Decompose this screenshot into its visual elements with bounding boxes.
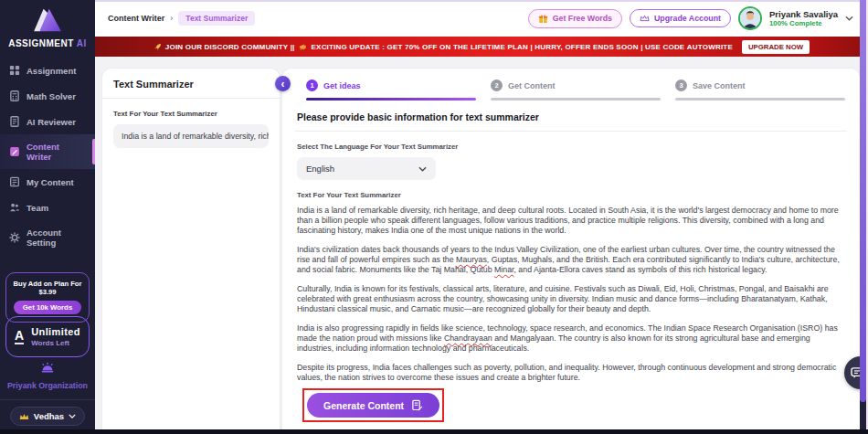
workspace-selector[interactable]: Vedhas <box>10 407 85 426</box>
app-window: ASSIGNMENT AI Assignment Math Solver AI … <box>0 0 868 434</box>
user-meta: Priyank Savaliya 100% Complete <box>769 9 838 28</box>
step-number: 1 <box>306 79 318 91</box>
top-header: Content Writer › Text Summarizer Get Fre… <box>95 0 868 37</box>
sidebar-item-label: Account Setting <box>26 228 86 248</box>
calculator-icon <box>9 90 20 101</box>
header-actions: Get Free Words Upgrade Account Priyank S… <box>528 6 853 30</box>
app-logo: ASSIGNMENT AI <box>0 0 95 54</box>
textarea-paragraph: India is also progressing rapidly in fie… <box>297 323 845 354</box>
panel-title: Text Summarizer <box>102 69 280 99</box>
generate-content-button[interactable]: Generate Content <box>307 393 439 418</box>
sidebar-item-label: My Content <box>26 177 74 187</box>
grid-icon <box>9 65 20 76</box>
user-avatar[interactable] <box>738 6 762 30</box>
logo-text: ASSIGNMENT AI <box>0 38 95 48</box>
step-label: Get ideas <box>323 81 361 90</box>
sidebar-item-label: AI Reviewer <box>26 117 76 127</box>
summary-settings-panel: Text Summarizer Text For Your Text Summa… <box>102 69 280 429</box>
step-label: Save Content <box>693 81 746 90</box>
text-input-label: Text For Your Text Summarizer <box>295 191 847 199</box>
step-progress-bar <box>675 98 845 101</box>
content-area: Text Summarizer Text For Your Text Summa… <box>95 57 868 429</box>
wizard-panel: ‹ 1 Get ideas 2 Get Content <box>282 69 860 429</box>
banner-upgrade-now-button[interactable]: UPGRADE NOW <box>742 40 810 54</box>
select-chevron-icon <box>418 166 427 172</box>
textarea-paragraph: India is a land of remarkable diversity,… <box>297 206 845 236</box>
user-menu-chevron-icon[interactable] <box>845 16 853 21</box>
textarea-paragraph: India's civilization dates back thousand… <box>297 245 845 275</box>
chevron-down-icon <box>69 414 76 418</box>
organization-name: Priyank Organization <box>0 381 95 390</box>
sidebar-item-label: Assignment <box>26 66 76 76</box>
step-get-ideas[interactable]: 1 Get ideas <box>306 79 476 101</box>
crown-outline-icon <box>640 15 650 22</box>
team-people-icon <box>9 202 20 213</box>
pen-icon <box>9 146 20 157</box>
sidebar-item-content-writer[interactable]: Content Writer <box>0 134 95 169</box>
sidebar-item-math-solver[interactable]: Math Solver <box>0 83 95 109</box>
promo-banner: JOIN OUR DISCORD COMMUNITY || EXCITING U… <box>95 37 868 57</box>
back-button[interactable]: ‹ <box>275 76 291 91</box>
addon-plan-card: Buy Add on Plan For $3.99 Get 10k Words <box>5 272 90 323</box>
upgrade-account-label: Upgrade Account <box>654 14 721 23</box>
form-heading: Please provide basic information for tex… <box>295 111 847 132</box>
textarea-paragraph: Culturally, India is known for its festi… <box>297 284 845 314</box>
sidebar: ASSIGNMENT AI Assignment Math Solver AI … <box>0 0 95 434</box>
language-select[interactable]: English <box>297 157 436 180</box>
upgrade-account-button[interactable]: Upgrade Account <box>630 9 731 27</box>
textarea-paragraph: Despite its progress, India faces challe… <box>297 363 845 383</box>
step-number: 3 <box>675 79 687 91</box>
window-bottom-edge <box>0 429 868 434</box>
organization-lamp-icon <box>39 362 56 375</box>
breadcrumb-current[interactable]: Text Summarizer <box>178 11 255 26</box>
review-document-icon <box>9 116 20 127</box>
banner-update-text: EXCITING UPDATE : GET 70% OFF ON THE LIF… <box>312 43 733 51</box>
generate-document-icon <box>411 399 423 411</box>
language-label: Select The Language For Your Text Summar… <box>295 143 847 151</box>
mini-logo: A <box>15 329 24 344</box>
gear-icon <box>9 232 20 243</box>
sidebar-item-assignment[interactable]: Assignment <box>0 58 95 83</box>
sidebar-nav: Assignment Math Solver AI Reviewer Conte… <box>0 58 95 255</box>
language-selected-value: English <box>306 164 334 174</box>
scrollbar-thumb[interactable] <box>860 0 866 402</box>
words-left-subtitle: Words Left <box>31 339 80 347</box>
sidebar-divider <box>0 399 95 400</box>
breadcrumb: Content Writer › Text Summarizer <box>108 11 255 26</box>
sidebar-item-my-content[interactable]: My Content <box>0 169 95 195</box>
breadcrumb-parent[interactable]: Content Writer <box>108 14 164 23</box>
gift-icon <box>538 14 548 24</box>
step-number: 2 <box>491 79 503 91</box>
sidebar-item-label: Team <box>26 203 48 213</box>
breadcrumb-separator: › <box>170 14 173 23</box>
sidebar-item-account-setting[interactable]: Account Setting <box>0 220 95 255</box>
sidebar-item-team[interactable]: Team <box>0 195 95 220</box>
annotation-highlight-box: Generate Content <box>302 388 444 422</box>
get-10k-words-button[interactable]: Get 10k Words <box>14 301 81 314</box>
workspace-name: Vedhas <box>34 411 64 421</box>
step-get-content[interactable]: 2 Get Content <box>491 79 661 101</box>
organization-block: Priyank Organization <box>0 362 95 390</box>
words-left-title: Unlimited <box>31 326 80 337</box>
generate-content-label: Generate Content <box>323 400 404 411</box>
step-label: Get Content <box>508 81 556 90</box>
step-save-content[interactable]: 3 Save Content <box>675 79 845 101</box>
step-progress-bar <box>306 98 476 101</box>
promo-banner-text: JOIN OUR DISCORD COMMUNITY || EXCITING U… <box>153 43 733 51</box>
panel-field-value[interactable]: India is a land of remarkable diversity,… <box>113 124 269 148</box>
banner-discord-text: JOIN OUR DISCORD COMMUNITY || <box>165 43 295 51</box>
text-input-area[interactable]: India is a land of remarkable diversity,… <box>295 206 847 386</box>
rocket-icon <box>153 43 162 51</box>
assignment-ai-logo-icon <box>31 7 64 33</box>
step-progress-bar <box>491 98 661 101</box>
avatar-image <box>740 8 760 28</box>
user-name: Priyank Savaliya <box>769 9 838 19</box>
sidebar-item-label: Content Writer <box>26 142 86 162</box>
user-status: 100% Complete <box>769 19 838 27</box>
window-top-edge <box>95 0 868 2</box>
megaphone-icon <box>299 43 308 51</box>
sidebar-item-ai-reviewer[interactable]: AI Reviewer <box>0 109 95 134</box>
get-free-words-button[interactable]: Get Free Words <box>528 9 622 28</box>
stepper: 1 Get ideas 2 Get Content 3 Save Conte <box>295 78 847 101</box>
words-left-card: A Unlimited Words Left <box>5 316 90 357</box>
